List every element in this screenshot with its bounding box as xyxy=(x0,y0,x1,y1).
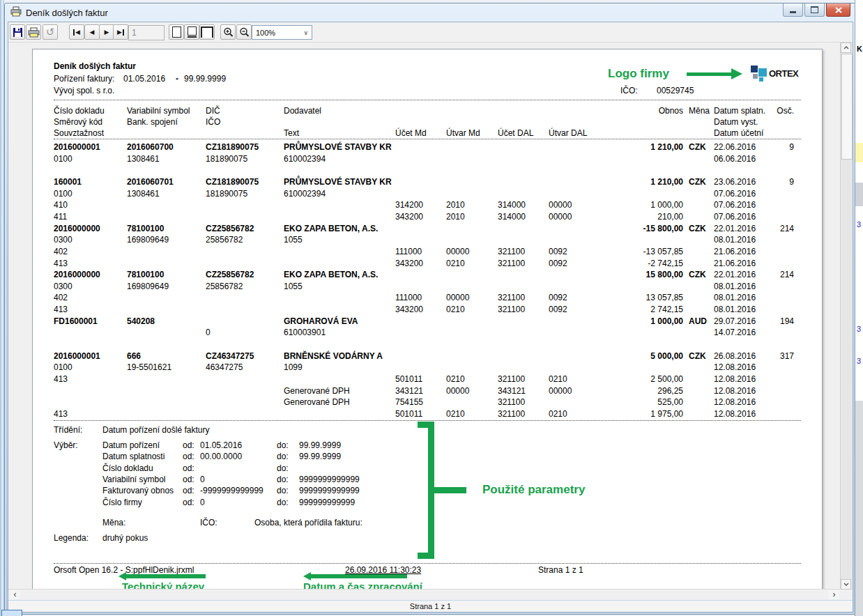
scroll-up-button[interactable] xyxy=(841,43,851,53)
maximize-button[interactable] xyxy=(804,3,825,17)
cell-md: 314200 xyxy=(395,200,423,210)
cell-c1: 2016000000 xyxy=(54,270,100,279)
horizontal-scrollbar[interactable]: ‹ › xyxy=(8,589,841,601)
params-ico-label: IČO: xyxy=(200,518,217,528)
cell-dal: 343121 xyxy=(498,386,526,396)
scroll-left-button[interactable]: ‹ xyxy=(10,590,20,599)
fit-width-button[interactable] xyxy=(199,24,215,40)
scroll-down-button[interactable] xyxy=(841,579,851,590)
table-row: 030016980964925856782105508.01.2016 xyxy=(33,235,820,246)
legend-label: Legenda: xyxy=(54,533,89,543)
cell-c1: 402 xyxy=(54,293,68,302)
fit-page-button[interactable] xyxy=(184,24,199,40)
scroll-right-button[interactable]: › xyxy=(829,590,839,599)
cell-cur: CZK xyxy=(689,351,706,361)
zoom-select[interactable]: 100%∨ xyxy=(252,25,312,40)
cell-amt: 1 975,00 xyxy=(599,409,683,419)
table-row: 20160000012016060700CZ181890075PRŮMYSLOV… xyxy=(33,142,820,153)
cell-date: 12.08.2016 xyxy=(714,409,756,419)
cell-c4: 610002394 xyxy=(284,154,326,164)
previous-page-button[interactable]: ◀ xyxy=(84,24,100,40)
minimize-icon xyxy=(790,11,796,13)
print-button[interactable] xyxy=(26,24,41,40)
first-page-button[interactable]: ◀ xyxy=(69,24,84,40)
cell-c3: CZ46347275 xyxy=(206,351,254,361)
zoom-out-button[interactable] xyxy=(236,24,252,40)
filter-name: Číslo dokladu xyxy=(102,463,153,473)
cell-date: 07.06.2016 xyxy=(714,212,756,222)
col-dic: DIČ xyxy=(206,106,220,116)
legend-value: druhý pokus xyxy=(102,533,148,543)
vertical-scrollbar[interactable] xyxy=(840,43,853,590)
titlebar[interactable]: Deník došlých faktur xyxy=(5,3,856,22)
cell-dal: 321100 xyxy=(498,247,525,256)
window-printer-icon[interactable] xyxy=(10,6,22,20)
print-icon xyxy=(28,27,40,38)
cell-dal: 321100 xyxy=(498,374,525,384)
cell-dal: 321100 xyxy=(498,409,525,419)
filter-name: Datum splatnosti xyxy=(102,452,165,461)
col-mena: Měna xyxy=(689,106,710,116)
cell-udal: 0210 xyxy=(549,374,567,384)
cell-c3: CZ25856782 xyxy=(206,270,254,279)
minimize-button[interactable] xyxy=(783,3,803,17)
acquisition-from: 01.05.2016 xyxy=(123,74,165,84)
annotation-bracket-bottom xyxy=(418,553,434,559)
col-text: Text xyxy=(284,128,299,138)
col-ucet-dal: Účet DAL xyxy=(498,128,533,138)
cell-c1: 2016000001 xyxy=(54,351,100,361)
footer-datetime: 26.09.2016 11:30:23 xyxy=(345,565,421,575)
cell-amt: 1 210,00 xyxy=(599,142,683,152)
fit-page-icon xyxy=(188,26,197,38)
edge-cell: 3 xyxy=(857,357,861,365)
cell-c2: 666 xyxy=(127,351,141,361)
cell-osc: 194 xyxy=(768,316,794,326)
col-ucet-md: Účet Md xyxy=(395,128,427,138)
last-page-button[interactable]: ▶ xyxy=(113,24,128,40)
cell-date: 12.08.2016 xyxy=(714,362,756,372)
first-page-icon: ◀ xyxy=(73,29,80,36)
filter-name: Číslo firmy xyxy=(102,498,142,507)
mena-label: Měna: xyxy=(102,518,125,528)
cell-c1: FD1600001 xyxy=(54,316,98,326)
close-icon xyxy=(835,7,842,13)
cell-md: 501011 xyxy=(395,409,422,419)
save-button[interactable] xyxy=(10,24,25,40)
annotation-bracket-top xyxy=(418,422,434,428)
preview-pane[interactable]: Deník došlých faktur Pořízení faktury: 0… xyxy=(8,43,841,590)
save-icon xyxy=(13,27,23,38)
next-page-button[interactable]: ▶ xyxy=(99,24,114,40)
zoom-in-button[interactable] xyxy=(220,24,236,40)
cell-c4: EKO ZAPA BETON, A.S. xyxy=(284,270,378,279)
cell-amt: 210,00 xyxy=(599,212,683,222)
od-value: 0 xyxy=(200,475,205,484)
cell-amt: -2 742,15 xyxy=(599,259,683,268)
col-utvar-md: Útvar Md xyxy=(446,128,480,138)
cell-dal: 314000 xyxy=(498,212,526,222)
report-page: Deník došlých faktur Pořízení faktury: 0… xyxy=(32,49,823,590)
chevron-up-icon xyxy=(843,46,849,49)
cell-c1: 413 xyxy=(54,259,68,268)
cell-cur: CZK xyxy=(689,224,706,233)
actual-size-button[interactable] xyxy=(169,24,184,40)
cell-c4: PRŮMYSLOVÉ STAVBY KR xyxy=(284,177,392,187)
filter-row: Číslo dokladuod:do: xyxy=(33,463,820,475)
vertical-scroll-thumb[interactable] xyxy=(841,54,853,160)
od-value: 01.05.2016 xyxy=(200,440,242,450)
refresh-button[interactable]: ↺ xyxy=(43,24,58,40)
previous-page-icon: ◀ xyxy=(90,29,95,36)
cell-dal: 321100 xyxy=(498,293,525,302)
table-row: 010019-550162146347275109912.08.2016 xyxy=(33,362,820,374)
page-number-input[interactable] xyxy=(128,25,165,40)
cell-date: 14.07.2016 xyxy=(714,328,756,337)
close-button[interactable] xyxy=(826,3,850,17)
cell-c3: 25856782 xyxy=(206,282,243,291)
cell-udal: 0092 xyxy=(549,305,567,314)
do-value: 9999999999999 xyxy=(299,475,360,484)
edge-cell: 3 xyxy=(857,220,861,229)
table-row: 40211100000000321100009213 057,8508.01.2… xyxy=(33,293,820,304)
cell-osc: 214 xyxy=(768,270,794,279)
col-utvar-dal: Útvar DAL xyxy=(549,128,587,138)
cell-osc: 9 xyxy=(768,142,794,152)
status-bar: Strana 1 z 1 xyxy=(8,600,853,612)
